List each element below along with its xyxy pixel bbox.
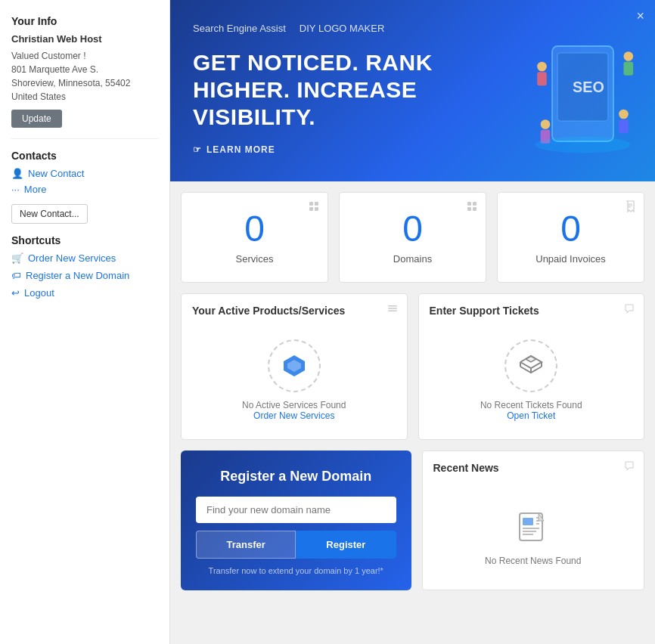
address-line3: United States	[11, 90, 158, 104]
shortcuts-title: Shortcuts	[11, 234, 158, 246]
svg-rect-6	[624, 62, 634, 76]
active-services-card: Your Active Products/Services No Active …	[181, 293, 408, 440]
register-domain-link[interactable]: 🏷 Register a New Domain	[11, 270, 158, 281]
active-services-body: No Active Services Found Order New Servi…	[192, 317, 396, 429]
support-tickets-empty-icon	[504, 339, 557, 392]
recent-news-card: Recent News	[422, 450, 645, 590]
svg-rect-15	[315, 207, 318, 211]
support-tickets-empty-text: No Recent Tickets Found	[480, 400, 582, 410]
order-new-services-link[interactable]: Order New Services	[253, 410, 334, 421]
invoices-label: Unpaid Invoices	[535, 253, 606, 265]
svg-point-11	[535, 137, 631, 153]
svg-rect-13	[315, 202, 318, 206]
svg-point-7	[619, 110, 629, 119]
more-link[interactable]: ··· More	[11, 184, 158, 195]
banner-tab-seo[interactable]: Search Engine Assist	[193, 23, 286, 34]
bookmark-icon: 🏷	[11, 270, 21, 281]
bottom-row: Register a New Domain Transfer Register …	[170, 440, 655, 601]
support-tickets-title: Enter Support Tickets	[430, 305, 634, 317]
recent-news-empty-icon	[512, 504, 554, 548]
recent-news-title: Recent News	[433, 462, 634, 474]
banner-illustration: SEO	[511, 15, 647, 159]
support-tickets-body: No Recent Tickets Found Open Ticket	[430, 317, 634, 429]
register-button[interactable]: Register	[296, 531, 396, 559]
invoices-menu-icon	[624, 200, 636, 215]
hand-icon: ☞	[193, 144, 202, 155]
domains-stat-card: 0 Domains	[339, 192, 486, 283]
svg-rect-16	[467, 202, 471, 206]
promo-banner: Search Engine Assist DIY LOGO MAKER × GE…	[170, 0, 655, 181]
address-line1: 801 Marquette Ave S.	[11, 63, 158, 76]
domain-transfer-note: Transfer now to extend your domain by 1 …	[196, 566, 396, 575]
company-name: Christian Web Host	[11, 33, 158, 45]
new-contact-link[interactable]: 👤 New Contact	[11, 168, 158, 179]
banner-headline: GET NOTICED. RANK HIGHER. INCREASE VISIB…	[193, 49, 511, 131]
dots-icon: ···	[11, 184, 20, 195]
services-menu-icon	[308, 200, 320, 215]
active-services-empty-icon	[268, 339, 321, 392]
domains-menu-icon	[466, 200, 478, 215]
active-services-empty-text: No Active Services Found	[242, 400, 346, 410]
transfer-button[interactable]: Transfer	[196, 531, 296, 559]
active-services-title: Your Active Products/Services	[192, 305, 396, 317]
domain-register-card: Register a New Domain Transfer Register …	[181, 450, 411, 590]
domains-label: Domains	[393, 253, 432, 265]
update-button[interactable]: Update	[11, 110, 62, 128]
svg-rect-17	[473, 202, 477, 206]
svg-point-9	[541, 119, 551, 129]
domain-search-input[interactable]	[196, 497, 396, 523]
svg-rect-21	[388, 308, 397, 309]
active-services-menu-icon	[387, 303, 398, 316]
order-services-link[interactable]: 🛒 Order New Services	[11, 252, 158, 264]
banner-headline-line3: VISIBILITY.	[193, 104, 315, 129]
domains-count: 0	[402, 211, 423, 247]
contacts-title: Contacts	[11, 150, 158, 162]
domain-register-title: Register a New Domain	[196, 469, 396, 485]
svg-rect-8	[619, 119, 629, 133]
svg-rect-4	[537, 72, 547, 85]
main-content: Search Engine Assist DIY LOGO MAKER × GE…	[170, 0, 655, 644]
banner-headline-line2: HIGHER. INCREASE	[193, 77, 417, 102]
sidebar: Your Info Christian Web Host Valued Cust…	[0, 0, 170, 644]
svg-point-5	[624, 51, 634, 61]
svg-rect-26	[523, 518, 533, 525]
person-icon: 👤	[11, 168, 23, 179]
svg-point-3	[537, 62, 547, 72]
logout-icon: ↩	[11, 287, 20, 299]
open-ticket-link[interactable]: Open Ticket	[507, 410, 555, 421]
support-tickets-card: Enter Support Tickets	[418, 293, 645, 440]
svg-rect-20	[388, 305, 397, 307]
domain-action-buttons: Transfer Register	[196, 531, 396, 559]
services-label: Services	[236, 253, 274, 265]
new-contact-button[interactable]: New Contact...	[11, 204, 88, 224]
svg-rect-22	[388, 311, 397, 312]
svg-rect-12	[309, 202, 313, 206]
invoices-stat-card: 0 Unpaid Invoices	[497, 192, 644, 283]
recent-news-body: No Recent News Found	[433, 481, 634, 574]
stats-row: 0 Services 0 Domains 0 Unpaid Invoices	[170, 181, 655, 283]
recent-news-menu-icon	[624, 460, 635, 473]
svg-rect-14	[309, 207, 313, 211]
recent-news-empty-text: No Recent News Found	[485, 556, 581, 566]
middle-cards-row: Your Active Products/Services No Active …	[170, 283, 655, 440]
logout-link[interactable]: ↩ Logout	[11, 287, 158, 299]
services-stat-card: 0 Services	[181, 192, 328, 283]
cart-icon: 🛒	[11, 252, 23, 264]
address-line2: Shoreview, Minnesota, 55402	[11, 76, 158, 90]
your-info-title: Your Info	[11, 15, 158, 27]
invoices-count: 0	[560, 211, 581, 247]
services-count: 0	[244, 211, 265, 247]
svg-rect-18	[467, 207, 471, 211]
banner-tab-logo[interactable]: DIY LOGO MAKER	[300, 23, 384, 34]
customer-label: Valued Customer !	[11, 49, 158, 63]
svg-text:SEO: SEO	[573, 79, 604, 95]
support-tickets-menu-icon	[624, 303, 635, 316]
banner-headline-line1: GET NOTICED. RANK	[193, 50, 433, 75]
svg-rect-19	[473, 207, 477, 211]
